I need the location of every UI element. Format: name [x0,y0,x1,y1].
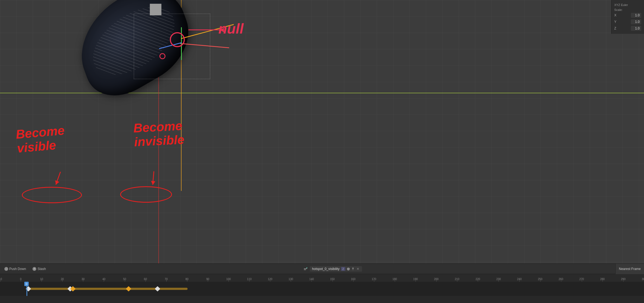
current-frame-indicator [26,282,27,296]
ruler-mark--10: -10 [0,278,2,281]
properties-panel: XYZ Euler Scale: X 1.0 Y 1.0 Z 1.0 [611,0,644,34]
nearest-frame-label: Nearest Frame [619,267,641,271]
pin-icon [351,267,355,271]
push-down-icon: ↓ [4,267,8,271]
null-circle-annotation [170,32,185,47]
shield-icon [347,267,350,271]
rotation-type-label: XYZ Euler [613,2,642,7]
become-invisible-label: Become invisible [133,119,185,149]
become-visible-label: Become visible [15,123,66,155]
action-name-label: hotspot_0_visibility [312,267,340,271]
push-down-label: Push Down [9,267,26,271]
stash-label: Stash [37,267,46,271]
oval-become-visible [22,187,82,203]
stash-button[interactable]: ✦ Stash [30,266,48,272]
svg-rect-0 [304,268,307,269]
scale-y-row: Y 1.0 [613,19,642,25]
oval-become-invisible [120,186,172,203]
svg-point-2 [306,267,307,268]
timeline-toolbar: ↓ Push Down ✦ Stash hotspot_0_visibility… [0,264,644,274]
scale-z-value: 1.0 [631,26,641,31]
keyframe-frame-100[interactable] [155,286,160,292]
ruler-mark-300: 300 [642,278,644,281]
action-close-button[interactable]: ✕ [356,267,360,271]
action-name-area: hotspot_0_visibility 2 ✕ [310,266,362,272]
viewport-3d[interactable]: null Become visible Become invisible XYZ… [0,0,644,289]
become-visible-arrow [55,172,61,185]
action-badge: 2 [341,267,345,271]
timeline-track[interactable] [0,282,644,296]
svg-rect-1 [304,269,306,270]
become-invisible-arrow [152,171,154,185]
keyframe-frame-80[interactable] [126,286,131,292]
action-strip-icon [303,267,308,271]
stash-icon: ✦ [32,267,36,271]
small-red-circle [159,53,165,59]
scale-y-value: 1.0 [631,19,641,24]
svg-rect-4 [353,269,353,270]
scale-z-row: Z 1.0 [613,25,642,32]
timeline-ruler: -100102030405060708090100110120130140150… [0,274,644,282]
scale-x-label: X [614,13,616,17]
null-label: null [218,20,244,37]
selection-box [134,14,210,79]
push-down-button[interactable]: ↓ Push Down [2,266,28,272]
scale-x-value: 1.0 [631,13,641,18]
scale-y-label: Y [614,20,616,24]
scale-z-label: Z [614,26,616,30]
scale-label: Scale: [613,7,642,12]
scale-x-row: X 1.0 [613,12,642,19]
animation-bar [26,288,188,290]
nearest-frame-button[interactable]: Nearest Frame [615,264,644,274]
timeline: ↓ Push Down ✦ Stash hotspot_0_visibility… [0,263,644,303]
svg-rect-3 [352,268,354,269]
